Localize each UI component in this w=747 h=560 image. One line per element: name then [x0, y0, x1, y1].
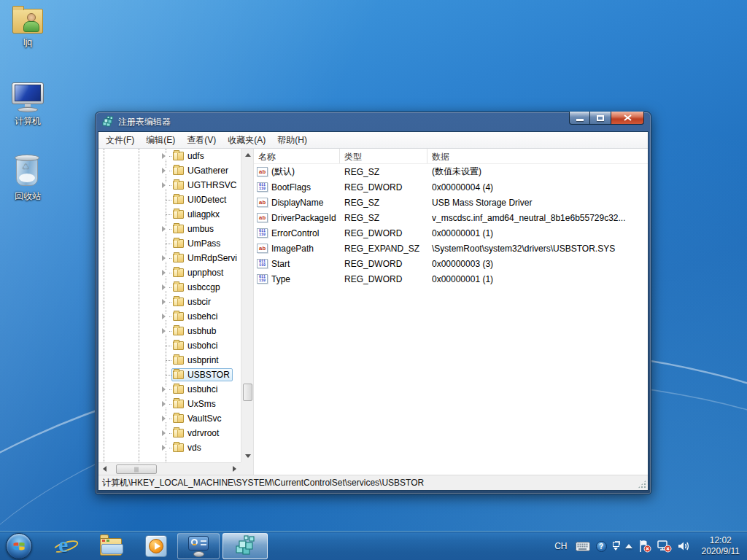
taskbar: e CH: [0, 531, 747, 560]
folder-icon: [173, 385, 184, 394]
tree-item-usbccgp[interactable]: usbccgp: [98, 280, 241, 295]
close-button[interactable]: [611, 112, 644, 125]
tree-item-uliagpkx[interactable]: uliagpkx: [98, 207, 241, 222]
tree-item-VaultSvc[interactable]: VaultSvc: [98, 411, 241, 426]
tree-horizontal-scrollbar[interactable]: [98, 462, 241, 475]
expand-arrow-icon[interactable]: [160, 430, 169, 437]
volume-icon[interactable]: [678, 540, 692, 552]
tree-item-UmRdpServi[interactable]: UmRdpServi: [98, 251, 241, 265]
tree-item-UGatherer[interactable]: UGatherer: [98, 163, 241, 178]
value-row-DriverPackageId[interactable]: abDriverPackageIdREG_SZv_mscdsc.inf_amd6…: [254, 210, 648, 225]
tree-item-USBSTOR[interactable]: USBSTOR: [98, 368, 241, 382]
value-data: 0x00000004 (4): [427, 182, 648, 192]
tree-item-content: udfs: [171, 149, 207, 163]
taskbar-clock[interactable]: 12:02 2020/9/11: [697, 535, 745, 557]
taskbar-control-panel-window-button[interactable]: [177, 533, 220, 559]
show-hidden-icons-button[interactable]: [625, 544, 632, 548]
expand-arrow-icon[interactable]: [160, 168, 169, 174]
value-row-ImagePath[interactable]: abImagePathREG_EXPAND_SZ\SystemRoot\syst…: [254, 241, 648, 256]
column-header-name[interactable]: 名称: [254, 149, 340, 163]
scrollbar-corner: [241, 462, 253, 475]
language-bar-options-icon[interactable]: [613, 542, 619, 551]
title-bar[interactable]: 注册表编辑器: [98, 112, 649, 131]
reg-sz-icon: ab: [257, 244, 268, 253]
scroll-right-button[interactable]: [228, 463, 241, 475]
minimize-button[interactable]: [569, 112, 590, 125]
clock-date: 2020/9/11: [702, 546, 740, 556]
tree-item-content: usbuhci: [171, 383, 220, 396]
expand-arrow-icon[interactable]: [160, 153, 169, 160]
tree-item-udfs[interactable]: udfs: [98, 149, 241, 163]
menu-help[interactable]: 帮助(H): [271, 132, 313, 149]
tree-item-selected: USBSTOR: [171, 368, 233, 381]
tree-item-upnphost[interactable]: upnphost: [98, 265, 241, 280]
column-header-data[interactable]: 数据: [427, 149, 648, 163]
folder-icon: [173, 239, 184, 248]
vertical-scroll-thumb[interactable]: [243, 384, 252, 401]
expand-arrow-icon[interactable]: [160, 284, 169, 291]
folder-icon: [98, 537, 123, 556]
taskbar-regedit-window-button[interactable]: [222, 533, 268, 559]
resize-grip[interactable]: [638, 480, 646, 489]
tree-item-vds[interactable]: vds: [98, 440, 241, 455]
tree-item-usbehci[interactable]: usbehci: [98, 309, 241, 324]
language-bar-help-icon[interactable]: ?: [596, 541, 607, 552]
expand-arrow-icon[interactable]: [160, 299, 169, 306]
tree-item-usbcir[interactable]: usbcir: [98, 295, 241, 309]
value-data: 0x00000001 (1): [427, 228, 648, 238]
tree-item-UmPass[interactable]: UmPass: [98, 236, 241, 251]
expand-arrow-icon[interactable]: [160, 416, 169, 422]
taskbar-ie-button[interactable]: e: [47, 532, 85, 560]
expand-arrow-icon[interactable]: [160, 445, 169, 451]
expand-arrow-icon[interactable]: [160, 255, 169, 262]
keyboard-icon[interactable]: [576, 542, 590, 551]
value-row-Start[interactable]: 011110StartREG_DWORD0x00000003 (3): [254, 256, 648, 271]
scroll-down-button[interactable]: [241, 450, 254, 462]
action-center-icon[interactable]: [638, 540, 651, 553]
tree-item-vdrvroot[interactable]: vdrvroot: [98, 426, 241, 440]
expand-arrow-icon[interactable]: [160, 386, 169, 393]
media-player-icon: [145, 535, 167, 557]
expand-arrow-icon[interactable]: [160, 328, 169, 335]
tree-item-usbprint[interactable]: usbprint: [98, 353, 241, 368]
menu-edit[interactable]: 编辑(E): [140, 132, 181, 149]
desktop-icon-recycle-bin[interactable]: ♺ 回收站: [0, 155, 55, 203]
taskbar-media-player-button[interactable]: [137, 532, 175, 560]
tree-item-content: UmRdpServi: [171, 252, 240, 265]
tree-item-usbohci[interactable]: usbohci: [98, 338, 241, 353]
scroll-up-button[interactable]: [241, 149, 254, 161]
tree-item-umbus[interactable]: umbus: [98, 222, 241, 236]
expand-arrow-icon[interactable]: [160, 182, 169, 189]
tree-item-UxSms[interactable]: UxSms: [98, 397, 241, 411]
menu-favorites[interactable]: 收藏夹(A): [222, 132, 271, 149]
maximize-button[interactable]: [590, 112, 611, 125]
value-row-DisplayName[interactable]: abDisplayNameREG_SZUSB Mass Storage Driv…: [254, 195, 648, 210]
tree-item-usbhub[interactable]: usbhub: [98, 324, 241, 338]
column-header-type[interactable]: 类型: [340, 149, 427, 163]
menu-file[interactable]: 文件(F): [100, 132, 140, 149]
taskbar-explorer-button[interactable]: [92, 532, 130, 560]
expand-arrow-icon[interactable]: [160, 226, 169, 233]
horizontal-scroll-thumb[interactable]: [116, 464, 157, 474]
scroll-left-button[interactable]: [98, 463, 111, 475]
value-row-BootFlags[interactable]: 011110BootFlagsREG_DWORD0x00000004 (4): [254, 179, 648, 195]
tree-item-UGTHRSVC[interactable]: UGTHRSVC: [98, 178, 241, 192]
desktop-icon-ljq[interactable]: ljq: [0, 6, 55, 47]
expand-arrow-icon[interactable]: [160, 314, 169, 320]
value-row-(默认)[interactable]: ab(默认)REG_SZ(数值未设置): [254, 164, 648, 179]
expand-arrow-icon[interactable]: [160, 270, 169, 276]
tree-vertical-scrollbar[interactable]: [241, 149, 253, 462]
desktop-icon-computer[interactable]: 计算机: [0, 82, 55, 128]
network-status-icon[interactable]: [657, 540, 672, 553]
tree-item-usbuhci[interactable]: usbuhci: [98, 382, 241, 397]
menu-view[interactable]: 查看(V): [181, 132, 222, 149]
input-language-indicator[interactable]: CH: [552, 540, 569, 553]
value-row-ErrorControl[interactable]: 011110ErrorControlREG_DWORD0x00000001 (1…: [254, 225, 648, 241]
folder-icon: [173, 166, 184, 175]
registry-values-panel: 名称 类型 数据 ab(默认)REG_SZ(数值未设置)011110BootFl…: [254, 149, 648, 475]
start-button[interactable]: [6, 533, 32, 559]
tree-connector: [166, 244, 171, 244]
expand-arrow-icon[interactable]: [160, 401, 169, 408]
value-row-Type[interactable]: 011110TypeREG_DWORD0x00000001 (1): [254, 271, 648, 287]
tree-item-UI0Detect[interactable]: UI0Detect: [98, 192, 241, 207]
